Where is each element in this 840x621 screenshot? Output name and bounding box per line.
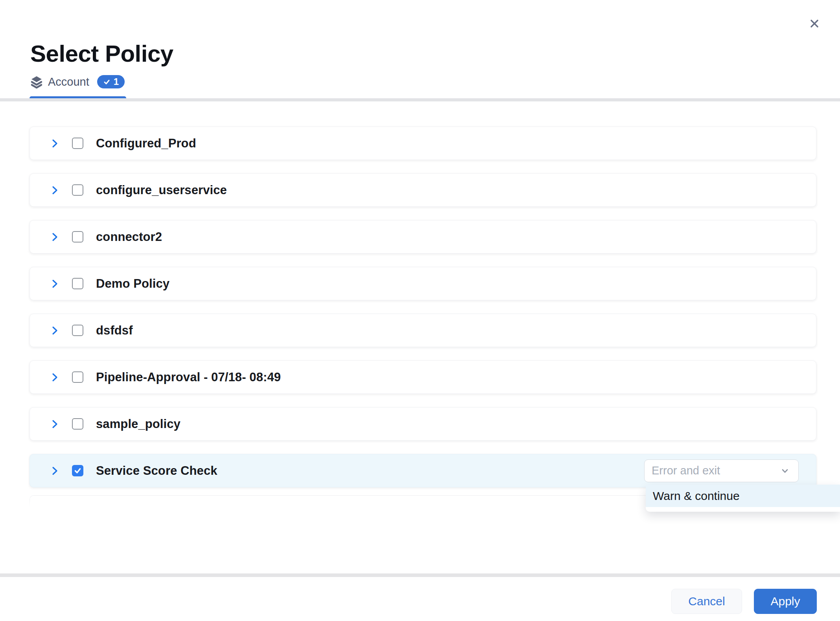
- policy-row[interactable]: Demo Policy: [29, 267, 816, 300]
- policy-name: dsfdsf: [96, 323, 133, 338]
- layers-icon: [30, 75, 43, 89]
- chevron-right-icon[interactable]: [50, 138, 60, 149]
- policy-name: Demo Policy: [96, 277, 169, 291]
- policy-name: Pipeline-Approval - 07/18- 08:49: [96, 370, 281, 384]
- cancel-button[interactable]: Cancel: [671, 589, 742, 614]
- action-select-value: Error and exit: [652, 464, 720, 477]
- policy-row[interactable]: connector2: [29, 220, 816, 254]
- chevron-right-icon[interactable]: [50, 185, 60, 195]
- policy-checkbox[interactable]: [72, 138, 83, 149]
- tab-badge-count: 1: [114, 75, 119, 88]
- policy-row[interactable]: Configured_Prod: [29, 127, 816, 160]
- policy-checkbox[interactable]: [72, 231, 83, 243]
- policy-checkbox[interactable]: [72, 184, 83, 196]
- policy-checkbox[interactable]: [72, 465, 83, 476]
- policy-checkbox[interactable]: [72, 325, 83, 336]
- tab-account[interactable]: Account 1: [29, 74, 126, 99]
- tab-account-label: Account: [48, 75, 89, 88]
- policy-row[interactable]: dsfdsf: [29, 314, 816, 347]
- tab-selected-count-badge: 1: [97, 75, 125, 88]
- tabs-divider: [0, 98, 840, 101]
- chevron-right-icon[interactable]: [50, 325, 60, 336]
- policy-row[interactable]: sample_policy: [29, 407, 816, 441]
- menu-item-warn-continue[interactable]: Warn & continue: [646, 485, 840, 507]
- policy-checkbox[interactable]: [72, 418, 83, 430]
- close-icon: [808, 17, 821, 30]
- chevron-right-icon[interactable]: [50, 372, 60, 382]
- policy-name: sample_policy: [96, 417, 181, 431]
- close-button[interactable]: [805, 14, 824, 33]
- chevron-right-icon[interactable]: [50, 419, 60, 429]
- chevron-right-icon[interactable]: [50, 279, 60, 289]
- policy-name: Service Score Check: [96, 464, 217, 478]
- policy-name: connector2: [96, 230, 162, 244]
- policy-name: Configured_Prod: [96, 136, 196, 151]
- policy-list: Configured_Prod configure_userservice co…: [29, 127, 816, 507]
- tabs-bar: Account 1: [0, 74, 840, 99]
- action-select[interactable]: Error and exit: [644, 459, 799, 482]
- policy-row[interactable]: Pipeline-Approval - 07/18- 08:49: [29, 360, 816, 394]
- policy-row[interactable]: configure_userservice: [29, 173, 816, 207]
- check-icon: [103, 78, 111, 86]
- policy-checkbox[interactable]: [72, 278, 83, 289]
- chevron-right-icon[interactable]: [50, 232, 60, 242]
- footer-actions: Cancel Apply: [671, 589, 817, 614]
- policy-checkbox[interactable]: [72, 371, 83, 383]
- policy-name: configure_userservice: [96, 183, 227, 197]
- page-title: Select Policy: [30, 41, 173, 67]
- policy-row[interactable]: Service Score Check Error and exit: [29, 454, 816, 487]
- apply-button[interactable]: Apply: [754, 589, 817, 614]
- chevron-down-icon: [779, 465, 790, 476]
- footer-divider: [0, 573, 840, 577]
- chevron-right-icon[interactable]: [50, 466, 60, 476]
- action-dropdown-menu: Warn & continue: [646, 485, 840, 512]
